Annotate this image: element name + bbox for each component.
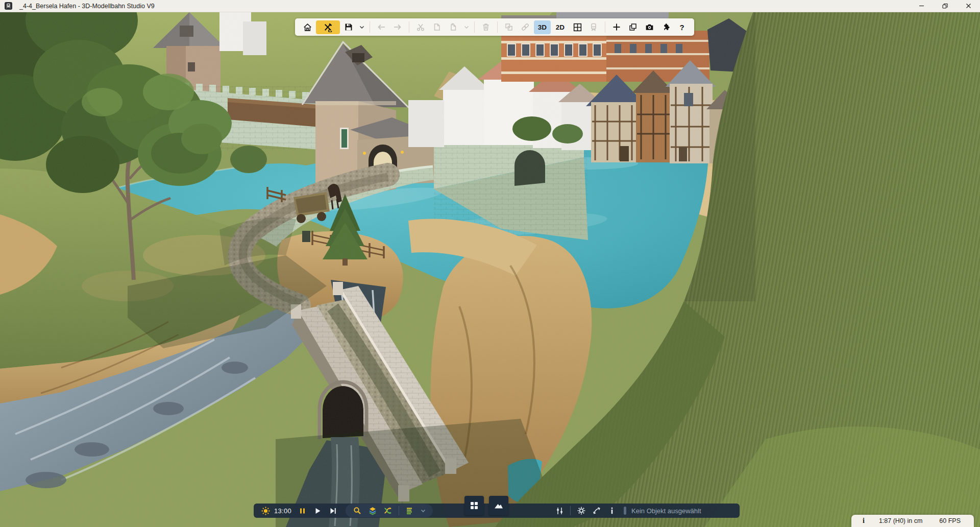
redo-button[interactable] [390, 20, 405, 34]
filter-sliders-button[interactable] [552, 504, 567, 518]
toolbar-separator [605, 21, 605, 33]
undo-button[interactable] [374, 20, 389, 34]
settings-button[interactable] [574, 504, 589, 518]
play-button[interactable] [310, 504, 325, 518]
layers-icon [368, 506, 377, 515]
add-object-button[interactable] [609, 20, 624, 34]
catalog-button[interactable] [464, 496, 484, 515]
move-axes-icon [592, 506, 601, 515]
viewport-3d[interactable] [0, 0, 980, 527]
info-glyph: i [863, 517, 865, 525]
window-title: _4-4_Bersela Hafen - 3D-Modellbahn Studi… [19, 3, 155, 10]
grid-icon [573, 22, 582, 32]
panel-separator [570, 506, 571, 515]
group-button[interactable] [501, 20, 517, 34]
save-icon [344, 22, 353, 32]
catalog-grid-icon [469, 500, 479, 511]
group-icon [504, 22, 513, 32]
duplicate-button[interactable] [625, 20, 641, 34]
sun-icon [261, 506, 271, 516]
step-forward-button[interactable] [325, 504, 340, 518]
home-icon [303, 22, 312, 32]
view-options-panel [346, 504, 433, 517]
help-label: ? [679, 23, 684, 32]
search-icon [353, 506, 362, 515]
plus-icon [612, 22, 621, 32]
info-button[interactable] [604, 504, 620, 518]
pause-icon [299, 507, 306, 515]
cut-button[interactable] [413, 20, 428, 34]
save-button[interactable] [341, 20, 356, 34]
terrain-button[interactable] [489, 496, 508, 515]
panel-separator [399, 506, 399, 515]
tools-icon [323, 22, 333, 32]
layers-button[interactable] [365, 504, 380, 518]
screenshot-button[interactable] [642, 20, 657, 34]
save-menu-button[interactable] [357, 20, 366, 34]
train-icon [589, 22, 598, 32]
trash-icon [481, 22, 491, 32]
shuffle-icon [383, 506, 393, 515]
play-icon [314, 507, 322, 515]
toolbar-separator [370, 21, 370, 33]
scene-grain [0, 0, 980, 527]
view-3d-button[interactable]: 3D [534, 20, 551, 34]
tools-button[interactable] [316, 20, 340, 34]
scene-render [0, 0, 980, 527]
step-forward-icon [329, 507, 337, 515]
link-button[interactable] [518, 20, 533, 34]
terrain-icon [493, 500, 504, 511]
toolbar-separator [474, 21, 475, 33]
copy-button[interactable] [429, 20, 445, 34]
event-list-button[interactable] [402, 504, 418, 518]
selection-status: Kein Objekt ausgewählt [631, 507, 701, 515]
view-3d-label: 3D [538, 23, 547, 31]
help-button[interactable]: ? [674, 20, 690, 34]
sliders-icon [555, 507, 564, 515]
toolbar-separator [409, 21, 409, 33]
paste-button[interactable] [446, 20, 461, 34]
delete-button[interactable] [478, 20, 494, 34]
pause-button[interactable] [295, 504, 310, 518]
chevron-down-icon [420, 508, 426, 514]
info-icon [608, 507, 616, 515]
move-axes-button[interactable] [589, 504, 604, 518]
view-2d-label: 2D [556, 23, 565, 31]
train-icon [5, 2, 12, 10]
scale-text: 1:87 (H0) in cm [879, 517, 922, 524]
home-button[interactable] [300, 20, 315, 34]
toolbar-separator [497, 21, 498, 33]
sim-time[interactable]: 13:00 [274, 507, 291, 515]
arrow-right-icon [393, 22, 403, 32]
paste-icon [449, 22, 458, 32]
bottom-toolbar: 13:00 [254, 504, 740, 518]
restore-button[interactable] [933, 0, 957, 12]
shuffle-button[interactable] [380, 504, 396, 518]
event-list-icon [405, 506, 414, 515]
chevron-down-icon [463, 24, 470, 30]
status-drag-handle[interactable] [624, 507, 626, 515]
more-options-button[interactable] [418, 504, 429, 518]
search-button[interactable] [350, 504, 365, 518]
copy-icon [432, 22, 442, 32]
fps-text: 60 FPS [939, 517, 961, 524]
minimize-button[interactable] [910, 0, 933, 12]
chevron-down-icon [359, 24, 365, 30]
grid-view-button[interactable] [570, 20, 585, 34]
puzzle-icon [661, 22, 671, 32]
train-view-button[interactable] [586, 20, 601, 34]
duplicate-icon [628, 22, 638, 32]
view-2d-button[interactable]: 2D [552, 20, 569, 34]
camera-icon [645, 22, 654, 32]
daylight-button[interactable] [258, 504, 273, 518]
main-toolbar: 3D 2D [295, 18, 694, 36]
arrow-left-icon [376, 22, 386, 32]
titlebar: _4-4_Bersela Hafen - 3D-Modellbahn Studi… [0, 0, 980, 12]
plugin-button[interactable] [658, 20, 673, 34]
link-icon [521, 22, 530, 32]
bottom-right-group: Kein Objekt ausgewählt [552, 504, 701, 518]
close-button[interactable] [957, 0, 980, 12]
scissors-icon [416, 22, 425, 32]
gear-icon [577, 506, 586, 515]
paste-menu-button[interactable] [462, 20, 471, 34]
